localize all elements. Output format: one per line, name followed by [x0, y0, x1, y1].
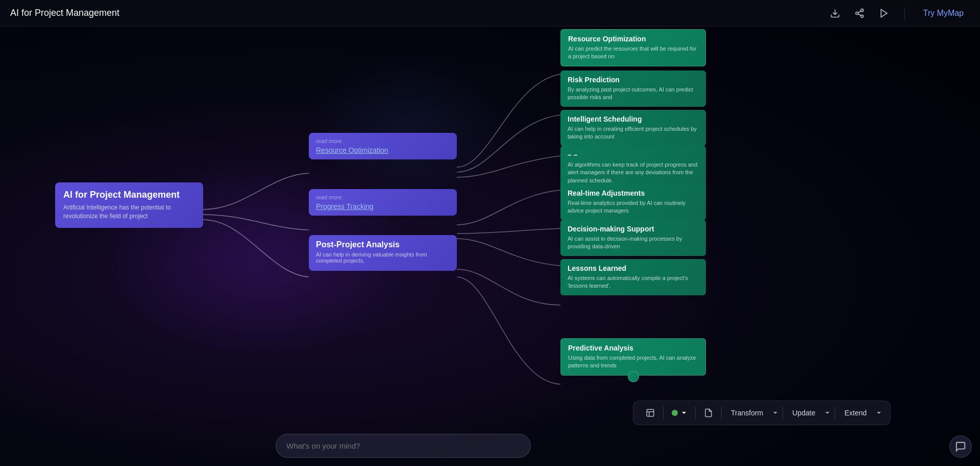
leaf-expand-btn[interactable] [628, 371, 639, 382]
extend-chevron [876, 410, 882, 416]
toolbar-doc-btn[interactable] [700, 405, 717, 421]
branch-node-progress[interactable]: read more: Progress Tracking [309, 189, 457, 216]
branch-desc-3: AI can help in deriving valuable insight… [316, 251, 450, 264]
try-mymap-button[interactable]: Try MyMap [917, 6, 970, 21]
download-button[interactable] [827, 5, 843, 21]
leaf-title-5: Real-time Adjustments [568, 189, 699, 197]
bg-glow-2 [306, 51, 510, 204]
leaf-title-6: Decision-making Support [568, 225, 699, 233]
branch-node-resource[interactable]: read more: Resource Optimization [309, 133, 457, 159]
svg-line-4 [858, 11, 861, 12]
leaf-desc-1: AI can predict the resources that will b… [568, 45, 698, 61]
share-button[interactable] [851, 5, 868, 21]
toolbar-green-toggle[interactable] [668, 407, 691, 419]
branch-readmore-1: read more: [316, 138, 450, 144]
transform-button[interactable]: Transform [726, 406, 768, 420]
header-divider [904, 7, 905, 19]
leaf-desc-2: By analyzing past project outcomes, AI c… [568, 86, 699, 102]
toolbar-divider-3 [721, 407, 722, 419]
leaf-desc-4: AI algorithms can keep track of project … [568, 161, 699, 184]
central-node-desc: Artificial Intelligence has the potentia… [63, 203, 195, 221]
branch-title-3: Post-Project Analysis [316, 240, 450, 249]
leaf-predictive-analysis: Predictive Analysis Using data from comp… [560, 338, 706, 376]
update-button[interactable]: Update [787, 406, 820, 420]
chat-input-container [276, 434, 531, 458]
leaf-desc-3: AI can help in creating efficient projec… [568, 125, 699, 141]
branch-node-postproject[interactable]: Post-Project Analysis AI can help in der… [309, 235, 457, 271]
leaf-risk-prediction: Risk Prediction By analyzing past projec… [560, 71, 706, 107]
toolbar-divider-4 [782, 407, 783, 419]
leaf-desc-8: Using data from completed projects, AI c… [568, 354, 698, 370]
leaf-decision-support: Decision-making Support AI can assist in… [560, 220, 706, 256]
header-actions: Try MyMap [827, 5, 970, 21]
chat-bubble-button[interactable] [949, 435, 972, 458]
bottom-toolbar: Transform Update Extend [633, 401, 891, 425]
transform-chevron [772, 410, 778, 416]
leaf-realtime-adjustments: Real-time Adjustments Real-time analytic… [560, 184, 706, 220]
branch-readmore-2: read more: [316, 194, 450, 200]
extend-button[interactable]: Extend [839, 406, 872, 420]
leaf-resource-optimization: Resource Optimization AI can predict the… [560, 29, 706, 66]
leaf-desc-5: Real-time analytics provided by AI can r… [568, 199, 699, 215]
branch-link-2[interactable]: Progress Tracking [316, 202, 450, 211]
leaf-title-8: Predictive Analysis [568, 344, 698, 352]
svg-line-3 [858, 14, 861, 15]
leaf-title-4: – – [568, 151, 699, 159]
central-node: AI for Project Management Artificial Int… [55, 182, 203, 228]
svg-point-1 [855, 12, 858, 14]
header: AI for Project Management Try MyMap [0, 0, 980, 27]
toolbar-divider-2 [695, 407, 696, 419]
leaf-title-1: Resource Optimization [568, 35, 698, 43]
leaf-title-3: Intelligent Scheduling [568, 115, 699, 123]
update-chevron [824, 410, 830, 416]
central-node-title: AI for Project Management [63, 190, 195, 200]
svg-marker-5 [881, 9, 887, 17]
green-dot-icon [672, 410, 678, 416]
toolbar-divider-5 [835, 407, 835, 419]
svg-point-0 [861, 9, 863, 11]
svg-rect-6 [647, 409, 654, 416]
leaf-dashes: – – AI algorithms can keep track of proj… [560, 146, 706, 190]
app-title: AI for Project Management [10, 8, 119, 18]
branch-link-1[interactable]: Resource Optimization [316, 146, 450, 154]
leaf-title-2: Risk Prediction [568, 76, 699, 84]
leaf-desc-6: AI can assist in decision-making process… [568, 235, 699, 251]
svg-point-2 [861, 15, 863, 17]
chat-input[interactable] [276, 434, 531, 458]
leaf-intelligent-scheduling: Intelligent Scheduling AI can help in cr… [560, 110, 706, 146]
leaf-desc-7: AI systems can automatically compile a p… [568, 274, 699, 290]
toolbar-divider-1 [663, 407, 664, 419]
leaf-lessons-learned: Lessons Learned AI systems can automatic… [560, 259, 706, 295]
play-button[interactable] [876, 5, 892, 21]
leaf-title-7: Lessons Learned [568, 264, 699, 272]
toolbar-screenshot-btn[interactable] [642, 405, 659, 421]
